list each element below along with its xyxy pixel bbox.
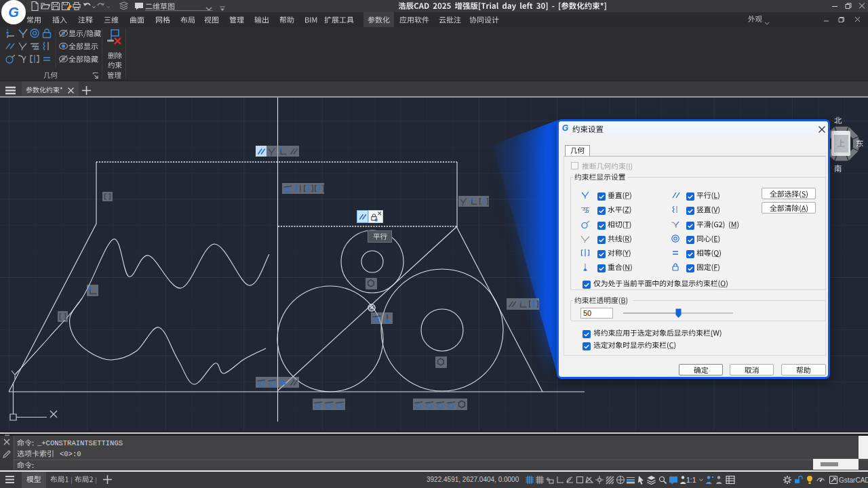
svg-text:G: G: [8, 5, 19, 20]
svg-text:G: G: [562, 124, 568, 133]
